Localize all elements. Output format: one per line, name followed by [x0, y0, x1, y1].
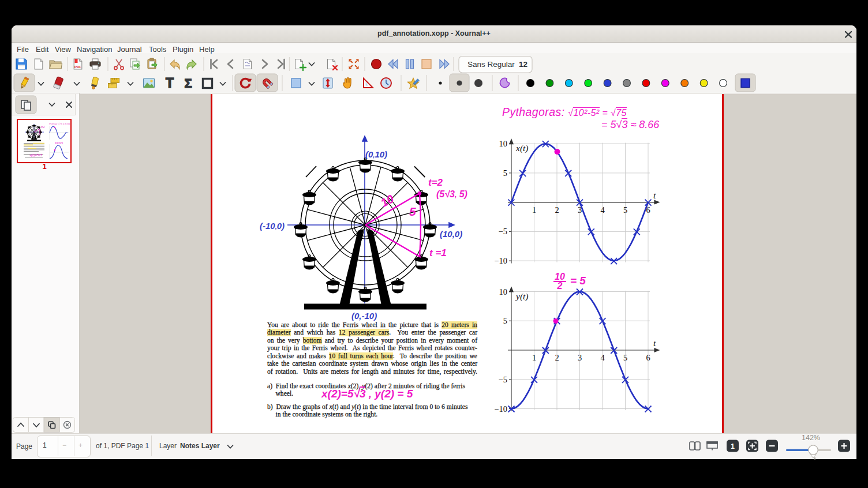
svg-text:12: 12 — [519, 60, 527, 69]
svg-text:T: T — [166, 76, 174, 91]
svg-text:1: 1 — [731, 442, 735, 451]
svg-text:Sans Regular: Sans Regular — [467, 60, 515, 69]
svg-text:PDF: PDF — [74, 65, 81, 69]
svg-text:Σ: Σ — [184, 76, 192, 91]
